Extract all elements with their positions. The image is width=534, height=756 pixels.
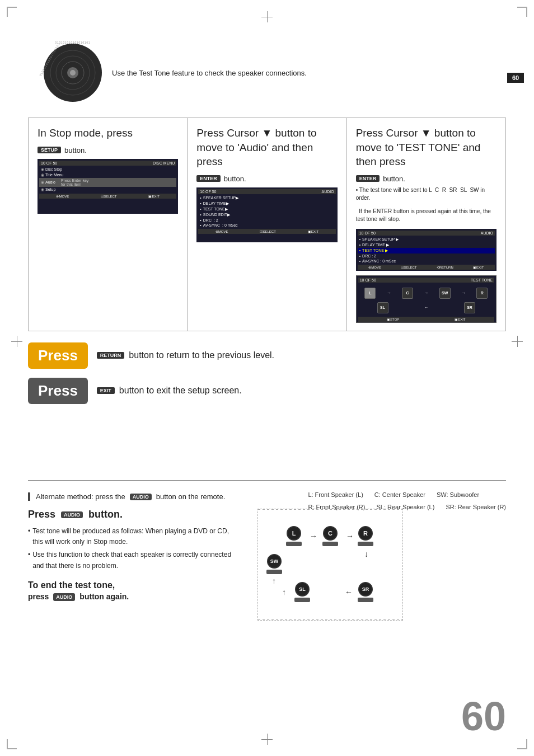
- dot-icon: •: [200, 196, 201, 200]
- press-exit-text: button to exit the setup screen.: [119, 386, 242, 396]
- col1-footer-exit: ▣EXIT: [148, 194, 159, 198]
- alt-press-row: Press AUDIO button.: [28, 509, 235, 520]
- col3-instruction-text: Press Cursor ▼ button to move to 'TEST T…: [356, 126, 496, 169]
- arrow-icon: ◉: [41, 167, 44, 172]
- col3-footer-move: ⊗MOVE: [368, 265, 381, 269]
- col3-testtone-screen: 10 OF 50 TEST TONE L → C → SW → R SL ← S…: [356, 275, 496, 323]
- spk-L: L: [364, 288, 376, 299]
- spk-base-R: [358, 542, 373, 546]
- instruction-col-1: In Stop mode, press SETUP button. 10 OF …: [29, 118, 188, 331]
- col3-suffix: button.: [383, 175, 405, 183]
- col2-row-drc: •DRC : 2: [198, 218, 335, 223]
- alt-header-text: Alternate method: press the: [36, 492, 125, 501]
- spk-circle-SL: SL: [295, 582, 310, 597]
- col2-instruction-text: Press Cursor ▼ button to move to 'Audio'…: [196, 126, 337, 169]
- press-buttons-section: Press RETURN button to return to the pre…: [28, 342, 506, 404]
- spk-arrow-2: →: [424, 290, 428, 295]
- col2-row-delaytime: •DELAY TIME ▶: [198, 201, 335, 206]
- alt-audio-btn2: AUDIO: [61, 511, 83, 518]
- spk-base-SR: [358, 598, 373, 602]
- col1-suffix: button.: [64, 146, 87, 154]
- speaker-diagram: L → C → R ↓: [257, 509, 403, 621]
- col3-footer-exit: ▣EXIT: [473, 265, 484, 269]
- dot-a4: •: [359, 254, 360, 258]
- tt-speakers-row: L → C → SW → R: [358, 284, 494, 302]
- svg-point-5: [70, 70, 76, 76]
- col1-instruction-text: In Stop mode, press: [38, 126, 178, 140]
- col1-osd-title-right: DISC MENU: [153, 161, 175, 165]
- col2-osd-footer: ⊗MOVE ☑SELECT ▣EXIT: [198, 229, 335, 234]
- instruction-col-3: Press Cursor ▼ button to move to 'TEST T…: [347, 118, 505, 331]
- col3-audio-row-testtone: •TEST TONE ▶: [358, 248, 495, 253]
- col2-osd-screen: 10 OF 50 AUDIO •SPEAKER SETUP ▶ •DELAY T…: [196, 187, 337, 242]
- disc-spiral-text: 010101010101010101 010101010101010101: [39, 39, 106, 106]
- col3-note2-text: If the ENTER button is pressed again at …: [356, 208, 491, 222]
- col1-osd-row-titlemenu: ◉Title Menu: [39, 172, 176, 178]
- dot-icon-3: •: [200, 207, 201, 211]
- header-description: Use the Test Tone feature to check the s…: [112, 69, 307, 77]
- alt-bullet-list: • Test tone will be produced as follows:…: [28, 526, 235, 571]
- tt-footer-exit: ▣EXIT: [455, 317, 465, 321]
- tt-footer: ▣STOP ▣EXIT: [358, 317, 494, 322]
- spk-node-R: R: [358, 526, 373, 546]
- alt-audio-button: AUDIO: [130, 494, 152, 500]
- col3-audio-row4: •DRC : 2: [358, 253, 495, 259]
- spk-node-SL: SL: [294, 582, 310, 602]
- spk-SR: SR: [464, 302, 475, 313]
- col3-audio-title-left: 10 OF 50: [359, 231, 376, 235]
- dot-a2: •: [359, 243, 360, 247]
- col3-notes: • The test tone will be sent to L C R SR…: [356, 186, 496, 223]
- col1-osd-row-discstop: ◉Disc Stop: [39, 167, 176, 172]
- alt-right-section: L → C → R ↓: [246, 509, 506, 621]
- col2-osd-title-right: AUDIO: [321, 190, 334, 194]
- col3-audio-header: 10 OF 50 AUDIO: [358, 231, 495, 236]
- spk-node-SW: SW: [266, 554, 282, 574]
- col1-footer-select: ☑SELECT: [101, 194, 116, 198]
- disc-logo: 010101010101010101 010101010101010101: [39, 39, 106, 106]
- spk-base-L: [286, 542, 302, 546]
- col1-osd-title-left: 10 OF 50: [41, 161, 57, 165]
- end-tone-press-row: press AUDIO button again.: [28, 591, 235, 603]
- col2-osd-title-left: 10 OF 50: [200, 190, 216, 194]
- crosshair-mid-right: [512, 336, 523, 347]
- col3-button-row: ENTER button.: [356, 175, 496, 183]
- press-exit-inline: EXIT button to exit the setup screen.: [97, 386, 242, 396]
- press-return-badge: Press: [28, 342, 88, 369]
- spk-base-SW: [266, 570, 282, 574]
- alt-header: Alternate method: press the AUDIO button…: [28, 492, 506, 501]
- svg-text:010101010101010101: 010101010101010101: [55, 41, 90, 44]
- tt-title-left: 10 OF 50: [360, 278, 376, 282]
- alt-bullet-2-text: Use this function to check that each spe…: [32, 550, 235, 571]
- spk-SL: SL: [377, 302, 388, 313]
- tt-title-right: TEST TONE: [471, 278, 493, 282]
- arrow-icon-4: ◉: [41, 187, 44, 192]
- press-return-inline: RETURN button to return to the previous …: [97, 350, 274, 360]
- spk-circle-SW: SW: [267, 554, 282, 569]
- alt-main-content: Press AUDIO button. • Test tone will be …: [28, 509, 506, 621]
- press-exit-badge: Press: [28, 378, 88, 404]
- corner-tr: [517, 7, 527, 17]
- col3-note2: If the ENTER button is pressed again at …: [356, 208, 496, 223]
- col3-note1-text: The test tone will be sent to L C R SR S…: [356, 187, 485, 201]
- alt-left-section: Press AUDIO button. • Test tone will be …: [28, 509, 235, 621]
- header-section: 010101010101010101 010101010101010101 Us…: [39, 39, 495, 106]
- alternate-section: Alternate method: press the AUDIO button…: [28, 492, 506, 621]
- page-number-badge: 60: [507, 73, 524, 83]
- dot-icon-2: •: [200, 201, 201, 205]
- alt-press-label: Press: [28, 509, 55, 520]
- col1-osd-row-audio: ◉Audio Press Enter keyfor this item: [39, 178, 176, 187]
- spk-circle-L: L: [287, 526, 301, 541]
- instruction-columns: In Stop mode, press SETUP button. 10 OF …: [28, 118, 506, 331]
- col2-button-row: ENTER button.: [196, 175, 337, 183]
- col3-footer-return: ⟲RETURN: [437, 265, 453, 269]
- arrow-C-R: →: [346, 532, 354, 541]
- tt-header: 10 OF 50 TEST TONE: [358, 278, 494, 283]
- big-page-number: 60: [461, 693, 506, 739]
- alt-header-suffix: button on the remote.: [156, 492, 226, 501]
- col3-audio-row1: •SPEAKER SETUP ▶: [358, 237, 495, 242]
- arrow-icon-3: ◉: [41, 180, 44, 185]
- spk-base-SL: [294, 598, 310, 602]
- alt-bullet-2: • Use this function to check that each s…: [28, 550, 235, 571]
- dot-icon-5: •: [200, 218, 201, 222]
- col1-button-row: SETUP button.: [38, 146, 178, 154]
